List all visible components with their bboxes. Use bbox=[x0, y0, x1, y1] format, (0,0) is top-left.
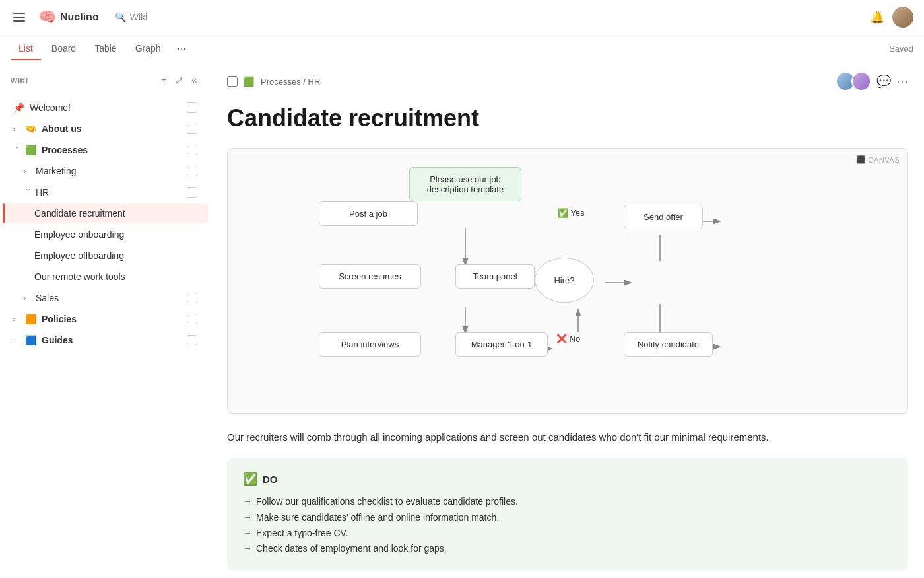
sidebar-item-label: Sales bbox=[36, 293, 184, 303]
sidebar-item-label: Policies bbox=[42, 314, 184, 324]
user-avatar[interactable] bbox=[892, 7, 913, 28]
sidebar-item-remote-work-tools[interactable]: Our remote work tools bbox=[3, 267, 208, 287]
chevron-down-icon: › bbox=[24, 188, 32, 196]
sidebar: WIKI + ⤢ « 📌 Welcome! › 🤜 About us › 🟩 P… bbox=[0, 63, 211, 578]
chevron-right-icon: › bbox=[13, 337, 21, 344]
tab-graph[interactable]: Graph bbox=[127, 38, 169, 60]
sidebar-item-label: HR bbox=[36, 187, 184, 198]
sidebar-item-label: Processes bbox=[42, 145, 184, 155]
sidebar-item-label: Marketing bbox=[36, 166, 184, 176]
content-header-right: 💬 ⋯ bbox=[836, 71, 908, 91]
flownode-plan-interviews: Plan interviews bbox=[319, 332, 421, 357]
content-area: 🟩 Processes / HR 💬 ⋯ Candidate recruitme… bbox=[211, 63, 924, 578]
flownode-post-job: Post a job bbox=[319, 201, 418, 226]
item-checkbox[interactable] bbox=[187, 293, 197, 303]
sidebar-item-policies[interactable]: › 🟧 Policies bbox=[3, 309, 208, 329]
tab-table[interactable]: Table bbox=[86, 38, 124, 60]
sidebar-item-label: About us bbox=[42, 124, 184, 134]
collaborator-avatar-2 bbox=[851, 71, 871, 91]
search-icon: 🔍 bbox=[115, 12, 126, 22]
sidebar-item-label: Candidate recruitment bbox=[34, 208, 197, 219]
add-item-button[interactable]: + bbox=[158, 71, 170, 89]
item-checkbox[interactable] bbox=[187, 335, 197, 345]
sidebar-item-employee-offboarding[interactable]: Employee offboarding bbox=[3, 246, 208, 266]
item-checkbox[interactable] bbox=[187, 102, 197, 113]
sidebar-item-sales[interactable]: › Sales bbox=[3, 288, 208, 308]
sidebar-item-about-us[interactable]: › 🤜 About us bbox=[3, 119, 208, 139]
collapse-sidebar-icon[interactable]: « bbox=[189, 71, 200, 89]
chevron-right-icon: › bbox=[13, 126, 21, 133]
green-box-icon: 🟩 bbox=[243, 76, 254, 87]
search-button[interactable]: 🔍 Wiki bbox=[110, 9, 152, 25]
sidebar-header: WIKI + ⤢ « bbox=[0, 63, 211, 97]
tab-list[interactable]: List bbox=[11, 38, 41, 60]
main-layout: WIKI + ⤢ « 📌 Welcome! › 🤜 About us › 🟩 P… bbox=[0, 63, 924, 578]
sidebar-item-welcome[interactable]: 📌 Welcome! bbox=[3, 98, 208, 118]
saved-label: Saved bbox=[889, 44, 913, 54]
do-item-4: Check dates of employment and look for g… bbox=[243, 541, 892, 557]
sidebar-item-label: Welcome! bbox=[30, 102, 184, 113]
expand-icon[interactable]: ⤢ bbox=[172, 71, 186, 89]
item-checkbox[interactable] bbox=[187, 145, 197, 155]
item-checkbox[interactable] bbox=[187, 314, 197, 324]
green-box-icon: 🟩 bbox=[25, 145, 36, 155]
tabs-bar: List Board Table Graph ⋯ Saved bbox=[0, 34, 924, 63]
sidebar-item-marketing[interactable]: › Marketing bbox=[3, 161, 208, 181]
flownode-no: ❌ No bbox=[556, 334, 580, 343]
sidebar-title: WIKI bbox=[11, 77, 153, 85]
collaborator-avatars bbox=[836, 71, 871, 91]
sidebar-item-label: Guides bbox=[42, 335, 184, 345]
do-block: ✅ DO Follow our qualifications checklist… bbox=[227, 458, 908, 570]
flownode-hire: Hire? bbox=[535, 258, 594, 303]
sidebar-item-label: Our remote work tools bbox=[34, 271, 197, 282]
flownode-yes: ✅ Yes bbox=[558, 208, 585, 218]
comment-icon[interactable]: 💬 bbox=[876, 74, 891, 89]
chevron-right-icon: › bbox=[13, 316, 21, 323]
breadcrumb: Processes / HR bbox=[261, 77, 320, 87]
blue-box-icon: 🟦 bbox=[25, 335, 36, 345]
do-label: DO bbox=[263, 474, 278, 485]
notification-bell-icon[interactable]: 🔔 bbox=[870, 10, 884, 24]
sidebar-item-candidate-recruitment[interactable]: Candidate recruitment bbox=[3, 203, 208, 223]
content-body: Candidate recruitment ⬛ CANVAS bbox=[211, 99, 924, 578]
sidebar-item-label: Employee onboarding bbox=[34, 229, 197, 240]
sidebar-item-hr[interactable]: › HR bbox=[3, 182, 208, 202]
sidebar-item-label: Employee offboarding bbox=[34, 250, 197, 261]
sidebar-item-employee-onboarding[interactable]: Employee onboarding bbox=[3, 225, 208, 244]
page-title: Candidate recruitment bbox=[227, 99, 908, 132]
content-header: 🟩 Processes / HR 💬 ⋯ bbox=[211, 63, 924, 99]
item-checkbox[interactable] bbox=[187, 187, 197, 198]
sidebar-item-guides[interactable]: › 🟦 Guides bbox=[3, 330, 208, 350]
description-text: Our recruiters will comb through all inc… bbox=[227, 429, 908, 445]
pin-icon: 📌 bbox=[13, 102, 24, 113]
search-label: Wiki bbox=[130, 12, 147, 22]
flownode-screen-resumes: Screen resumes bbox=[319, 264, 421, 289]
hamburger-menu[interactable] bbox=[11, 10, 28, 24]
more-options-icon[interactable]: ⋯ bbox=[896, 74, 908, 89]
flownode-manager-1on1: Manager 1-on-1 bbox=[455, 332, 548, 357]
do-check-icon: ✅ bbox=[243, 472, 257, 486]
tabs-more-icon[interactable]: ⋯ bbox=[174, 41, 189, 57]
flownode-job-desc: Please use our job description template bbox=[409, 167, 521, 201]
do-header: ✅ DO bbox=[243, 472, 892, 486]
top-bar: 🧠 Nuclino 🔍 Wiki 🔔 bbox=[0, 0, 924, 34]
do-item-3: Expect a typo-free CV. bbox=[243, 526, 892, 542]
breadcrumb-checkbox[interactable] bbox=[227, 76, 238, 87]
logo-text: Nuclino bbox=[60, 11, 99, 23]
tab-board[interactable]: Board bbox=[44, 38, 84, 60]
flownode-team-panel: Team panel bbox=[455, 264, 535, 289]
flowchart: Post a job Please use our job descriptio… bbox=[241, 162, 894, 400]
chevron-right-icon: › bbox=[24, 168, 32, 175]
flownode-send-offer: Send offer bbox=[624, 205, 703, 229]
fist-icon: 🤜 bbox=[25, 124, 36, 134]
do-item-1: Follow our qualifications checklist to e… bbox=[243, 494, 892, 510]
orange-box-icon: 🟧 bbox=[25, 314, 36, 324]
flownode-notify-candidate: Notify candidate bbox=[624, 332, 713, 357]
top-bar-right: 🔔 bbox=[870, 7, 913, 28]
item-checkbox[interactable] bbox=[187, 124, 197, 134]
logo-icon: 🧠 bbox=[38, 9, 56, 26]
sidebar-item-processes[interactable]: › 🟩 Processes bbox=[3, 140, 208, 160]
item-checkbox[interactable] bbox=[187, 166, 197, 176]
chevron-right-icon: › bbox=[24, 295, 32, 302]
logo[interactable]: 🧠 Nuclino bbox=[38, 9, 99, 26]
